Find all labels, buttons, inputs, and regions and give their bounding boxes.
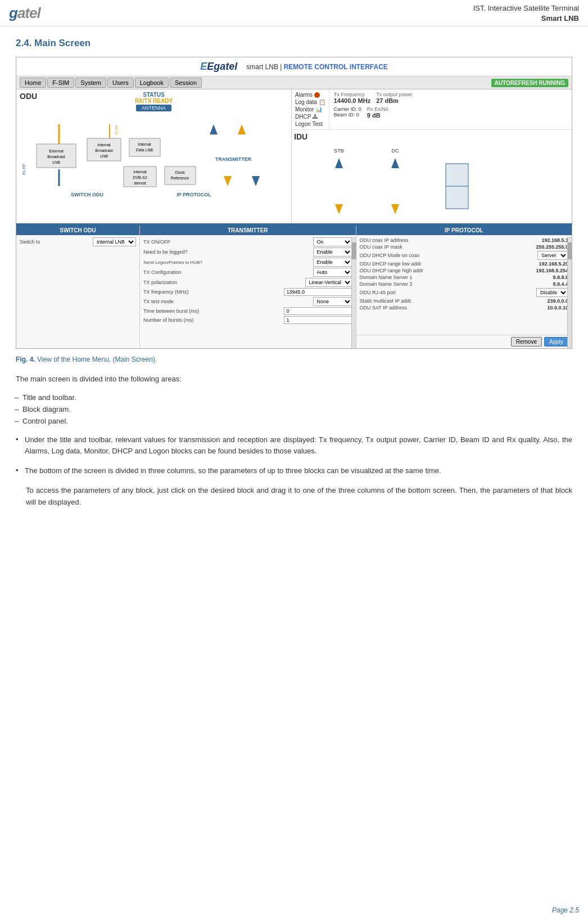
page-number: Page 2.5 [552,906,579,914]
send-logon[interactable]: Enable [313,258,352,267]
log-data-label[interactable]: Log data 📋 [295,99,325,105]
tx-num-bursts[interactable] [284,316,352,324]
ui-mockup: EEgatel smart LNB | REMOTE CONTROL INTER… [16,57,572,349]
idu-area: IDU STB DC SWITCH [292,130,572,223]
svg-text:STB: STB [334,148,344,154]
svg-text:Tx RF: Tx RF [115,125,119,136]
nav-home[interactable]: Home [20,78,46,88]
top-info-area: Alarms Log data 📋 Monitor 📊 DHCP 🖧 Logon… [292,89,572,130]
svg-text:Reference: Reference [171,176,189,180]
svg-text:DVB-S2: DVB-S2 [133,176,147,179]
logo: gatel [9,5,40,22]
svg-text:Rx RF: Rx RF [22,164,26,175]
status-block: STATUS RX/TX READY [135,92,173,104]
alarms-icon [314,92,320,98]
autorefresh-badge: AUTOREFRESH RUNNING [491,79,568,87]
svg-marker-27 [252,176,260,186]
bullet-text-1: Under the title and toolbar, relevant va… [25,434,572,458]
svg-text:External: External [49,149,64,153]
tx-test[interactable]: None [313,297,352,306]
multicast-ip: 239.0.0.0 [523,298,568,304]
svg-text:LNB: LNB [52,160,60,164]
switch-odu-header: SWITCH ODU [16,226,139,235]
nav-users[interactable]: Users [107,78,134,88]
svg-text:Clock: Clock [175,170,185,174]
dns2: 8.8.4.4 [523,281,568,287]
nav-session[interactable]: Session [170,78,202,88]
diagram-area: External Broadcast LNB Internal Broadcas… [20,113,288,203]
alarms-label: Alarms [295,92,313,98]
mockup-navbar: Home F-SIM System Users Logbook Session … [16,77,572,89]
need-logged[interactable]: Enable [313,248,352,257]
odu-label: ODU [20,92,37,101]
freq-info: Tx Frequency 14400.0 MHz Tx output power… [329,89,572,129]
section-title: 2.4. Main Screen [16,38,572,49]
mockup-brand: EEgatel [200,61,237,73]
tx-burst-time[interactable] [284,307,352,315]
logon-test-label[interactable]: Logon Test [295,121,325,127]
svg-text:IP PROTOCOL: IP PROTOCOL [177,192,211,197]
svg-text:Internal: Internal [97,143,111,147]
svg-text:SWITCH ODU: SWITCH ODU [71,192,103,197]
switch-odu-col: SWITCH ODU Switch to Internal LNB [16,226,140,348]
list-item: Block diagram. [22,404,572,416]
ip-protocol-header: IP PROTOCOL [356,226,572,235]
list-item: Control panel. [22,416,572,428]
apply-button[interactable]: Apply [544,337,568,347]
bullet-section-3: To access the parameters of any block, j… [26,485,572,509]
transmitter-col: TRANSMITTER TX ON/OFFOn Need to be logge… [140,226,356,348]
svg-text:Internal: Internal [138,142,151,146]
svg-text:Data LNB: Data LNB [136,148,153,152]
dhcp-high: 192.168.5.254 [523,268,568,273]
svg-marker-34 [335,204,343,214]
tx-polar[interactable]: Linear-Vertical [305,278,352,287]
svg-text:Internal: Internal [133,170,147,174]
bottom-panel: SWITCH ODU Switch to Internal LNB TRANSM… [16,224,572,348]
alarms-column: Alarms Log data 📋 Monitor 📊 DHCP 🖧 Logon… [292,89,329,129]
bullet-section-1: ▪ Under the title and toolbar, relevant … [16,434,572,458]
dhcp-mode[interactable]: Server [537,251,568,260]
tx-config[interactable]: Auto [313,268,352,277]
ip-protocol-col: IP PROTOCOL ODU coax IP address192.168.5… [356,226,572,348]
svg-text:LNB: LNB [100,154,108,158]
dns1: 8.8.8.8 [523,275,568,280]
switch-to-select[interactable]: Internal LNB [93,237,136,246]
antenna-label: ANTENNA [20,104,288,111]
tx-freq-input[interactable] [284,288,352,296]
dhcp-label[interactable]: DHCP 🖧 [295,114,325,120]
transmitter-header: TRANSMITTER [140,226,356,235]
fig-caption: Fig. 4. View of the Home Menu. (Main Scr… [16,356,572,363]
svg-text:DC: DC [392,148,399,154]
tx-onoff[interactable]: On [313,237,352,246]
svg-marker-35 [391,158,399,168]
svg-rect-18 [165,167,196,185]
svg-marker-29 [210,124,218,134]
coax-mask: 255.255.255.0 [523,244,568,250]
list-item: Title and toolbar. [22,392,572,404]
monitor-label[interactable]: Monitor 📊 [295,106,325,113]
bullet-text-2: The bottom of the screen is divided in t… [25,465,441,477]
nav-fsim[interactable]: F-SIM [47,78,74,88]
remove-button[interactable]: Remove [511,337,542,347]
svg-text:Broadcast: Broadcast [47,155,65,159]
coax-ip: 192.168.5.1 [523,237,568,243]
header-title: IST. Interactive Satellite Terminal Smar… [473,3,579,24]
switch-to-row: Switch to Internal LNB [20,237,136,246]
body-list: Title and toolbar. Block diagram. Contro… [16,392,572,427]
body-intro: The main screen is divided into the foll… [16,374,572,385]
bullet-text-3: To access the parameters of any block, j… [26,485,572,509]
nav-logbook[interactable]: Logbook [135,78,169,88]
svg-marker-36 [391,204,399,214]
svg-marker-26 [238,124,246,134]
svg-marker-33 [335,158,343,168]
rj45-port[interactable]: Disable [536,288,568,297]
bullet-section-2: ▪ The bottom of the screen is divided in… [16,465,572,477]
ip-btn-row: Remove Apply [356,335,572,348]
svg-text:TRANSMITTER: TRANSMITTER [215,156,252,162]
dhcp-low: 192.168.5.20 [523,261,568,267]
svg-rect-11 [129,138,160,156]
svg-text:demod: demod [134,181,146,185]
nav-system[interactable]: System [75,78,106,88]
mockup-subtitle: smart LNB | REMOTE CONTROL INTERFACE [246,63,388,71]
mockup-header: EEgatel smart LNB | REMOTE CONTROL INTER… [16,57,572,77]
